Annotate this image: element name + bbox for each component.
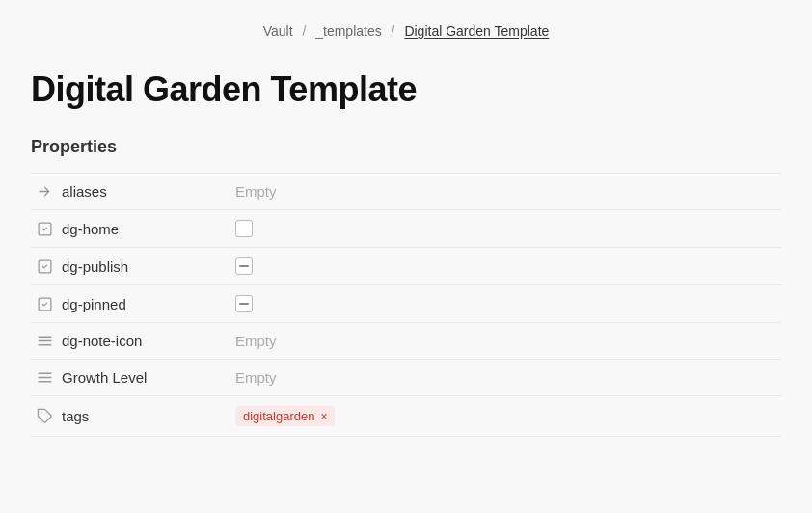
checkbox-svg-icon-pinned <box>37 296 53 312</box>
breadcrumb-templates[interactable]: _templates <box>315 23 381 39</box>
tag-label: digitalgarden <box>243 409 314 423</box>
prop-name-aliases: aliases <box>62 183 235 200</box>
property-row-dg-home: dg-home <box>31 210 781 248</box>
prop-name-growth-level: Growth Level <box>62 369 235 386</box>
tag-digitalgarden[interactable]: digitalgarden × <box>235 406 335 426</box>
prop-name-dg-home: dg-home <box>62 221 235 237</box>
checkbox-svg-icon-publish <box>37 258 53 275</box>
checkbox-svg-icon <box>37 221 53 237</box>
checkbox-empty-dg-home[interactable] <box>235 220 253 237</box>
page-title: Digital Garden Template <box>31 69 781 110</box>
prop-name-dg-pinned: dg-pinned <box>62 296 235 312</box>
tag-icon-tags <box>31 408 58 424</box>
property-row-growth-level: Growth Level Empty <box>31 360 781 396</box>
tag-remove-button[interactable]: × <box>320 411 327 422</box>
list-svg-icon-growth <box>37 369 53 386</box>
properties-table: aliases Empty dg-home <box>31 173 781 437</box>
property-row-tags: tags digitalgarden × <box>31 396 781 437</box>
checkbox-icon-dg-home <box>31 221 58 237</box>
checkbox-icon-dg-pinned <box>31 296 58 312</box>
prop-value-dg-pinned[interactable] <box>235 295 781 312</box>
tag-svg-icon <box>37 408 53 424</box>
list-icon-growth-level <box>31 369 58 386</box>
property-row-dg-publish: dg-publish <box>31 248 781 285</box>
breadcrumb-sep2: / <box>392 23 395 39</box>
properties-section-title: Properties <box>31 137 781 157</box>
breadcrumb: Vault / _templates / Digital Garden Temp… <box>31 15 781 39</box>
alias-svg-icon <box>37 183 53 200</box>
property-row-dg-note-icon: dg-note-icon Empty <box>31 323 781 360</box>
property-row-aliases: aliases Empty <box>31 173 781 210</box>
alias-icon <box>31 183 58 200</box>
breadcrumb-sep1: / <box>302 23 306 39</box>
property-row-dg-pinned: dg-pinned <box>31 285 781 323</box>
checkbox-icon-dg-publish <box>31 258 58 275</box>
prop-value-growth-level[interactable]: Empty <box>235 369 781 386</box>
prop-value-dg-home[interactable] <box>235 220 781 237</box>
checkbox-indeterminate-dg-publish[interactable] <box>235 257 253 275</box>
prop-name-tags: tags <box>62 408 235 424</box>
list-icon-dg-note-icon <box>31 333 58 349</box>
prop-value-aliases[interactable]: Empty <box>235 183 781 200</box>
checkbox-indeterminate-dg-pinned[interactable] <box>235 295 253 312</box>
list-svg-icon <box>37 333 53 349</box>
prop-name-dg-publish: dg-publish <box>62 258 235 275</box>
prop-value-dg-note-icon[interactable]: Empty <box>235 333 781 349</box>
breadcrumb-current[interactable]: Digital Garden Template <box>404 23 549 39</box>
breadcrumb-vault[interactable]: Vault <box>263 23 293 39</box>
prop-value-tags[interactable]: digitalgarden × <box>235 406 781 426</box>
prop-name-dg-note-icon: dg-note-icon <box>62 333 235 349</box>
properties-section: Properties aliases Empty <box>31 137 781 437</box>
page-container: Vault / _templates / Digital Garden Temp… <box>0 0 812 513</box>
prop-value-dg-publish[interactable] <box>235 257 781 275</box>
